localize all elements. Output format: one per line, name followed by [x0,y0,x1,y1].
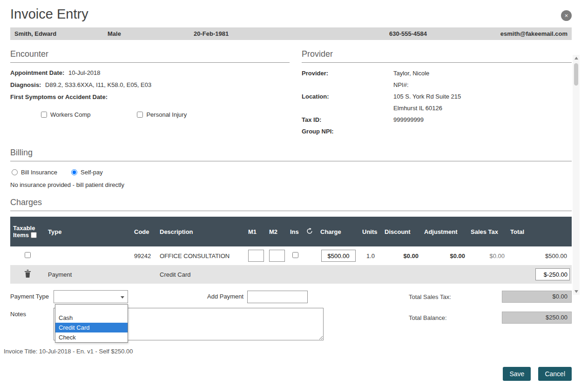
charges-section: Charges Taxable Items [10,198,572,284]
self-pay-option[interactable]: Self-pay [71,169,103,176]
col-ins-header: Ins [287,217,304,246]
row-type [45,246,131,265]
dropdown-option-cash[interactable]: Cash [55,313,128,323]
save-button[interactable]: Save [503,367,531,381]
total-sales-tax-label: Total Sales Tax: [409,291,502,303]
payment-type-dropdown: Cash Credit Card Check [55,304,128,343]
charges-header-row: Taxable Items Type Code Description M1 M… [10,217,572,246]
patient-phone: 630-555-4584 [389,30,499,37]
appointment-date-label: Appointment Date: [10,69,64,76]
row-code: 99242 [131,246,157,265]
vertical-scrollbar[interactable] [573,55,580,295]
personal-injury-label: Personal Injury [146,111,187,118]
location-line1: 105 S. York Rd Suite 215 [393,92,572,102]
col-charge-header: Charge [318,217,359,246]
payment-type-label: Payment Type [10,290,54,303]
col-taxable-items-header: Taxable Items [10,217,45,246]
notes-label: Notes [10,308,54,321]
dropdown-option-credit-card[interactable]: Credit Card [55,323,128,332]
provider-label: Provider: [302,68,393,79]
patient-name: Smith, Edward [14,30,108,37]
location-line2: Elmhurst IL 60126 [393,103,572,113]
col-description-header: Description [157,217,245,246]
self-pay-label: Self-pay [81,169,103,176]
invoice-title: Invoice Title: 10-Jul-2018 - En. v1 - Se… [4,348,572,355]
encounter-section: Encounter Appointment Date: 10-Jul-2018 … [10,49,290,137]
tax-id-label: Tax ID: [302,115,393,125]
col-units-header: Units [359,217,382,246]
trash-icon [24,270,31,278]
col-m1-header: M1 [245,217,266,246]
col-code-header: Code [131,217,157,246]
personal-injury-checkbox[interactable] [137,112,143,118]
close-icon: × [565,12,568,19]
group-npi-label: Group NPI: [302,126,393,137]
bill-insurance-option[interactable]: Bill Insurance [12,169,57,176]
diagnosis-value: D89.2, S33.6XXA, I11, K58.0, E05, E03 [45,81,151,88]
payment-total-input[interactable] [535,268,570,280]
add-payment-label: Add Payment [207,290,243,303]
page-title: Invoice Entry [10,7,88,22]
patient-email: esmith@fakeemail.com [499,30,567,37]
provider-value: Taylor, Nicole [393,68,572,79]
cancel-button[interactable]: Cancel [538,367,572,381]
bill-insurance-radio[interactable] [12,169,18,175]
close-button[interactable]: × [561,10,572,21]
col-adjustment-header: Adjustment [421,217,468,246]
row-description: OFFICE CONSULTATION [157,246,245,265]
scroll-up-icon [574,57,578,60]
refresh-header-cell [304,217,318,246]
ins-checkbox[interactable] [292,252,298,258]
row-discount[interactable]: $0.00 [382,246,421,265]
col-m2-header: M2 [266,217,287,246]
patient-gender: Male [108,30,194,37]
charges-table: Taxable Items Type Code Description M1 M… [10,217,572,284]
m1-input[interactable] [248,250,264,262]
tax-id-value: 999999999 [393,115,572,125]
payment-row: Payment Credit Card [10,265,572,284]
refresh-icon[interactable] [306,228,313,234]
payment-type-select[interactable]: Cash Credit Card Check [54,290,128,303]
row-type: Payment [45,265,131,284]
m2-input[interactable] [269,250,285,262]
patient-bar: Smith, Edward Male 20-Feb-1981 630-555-4… [10,27,572,40]
self-pay-radio[interactable] [71,169,77,175]
scroll-down-button[interactable] [573,288,580,295]
col-discount-header: Discount [382,217,421,246]
dropdown-option-check[interactable]: Check [55,332,128,342]
charge-row: 99242 OFFICE CONSULTATION 1.0 $0.00 $0.0… [10,246,572,265]
taxable-items-header-checkbox[interactable] [31,232,37,238]
charges-heading: Charges [10,198,572,211]
scroll-up-button[interactable] [573,55,580,61]
total-balance-value: $250.00 [502,312,572,324]
row-adjustment[interactable]: $0.00 [421,246,468,265]
add-payment-input[interactable] [247,291,308,303]
col-total-header: Total [507,217,572,246]
scrollbar-thumb[interactable] [574,63,578,86]
scroll-area: Encounter Appointment Date: 10-Jul-2018 … [10,49,572,284]
row-total: $500.00 [507,246,572,265]
row-code [131,265,157,284]
col-sales-tax-header: Sales Tax [468,217,507,246]
location-label: Location: [302,92,393,102]
workers-comp-checkbox[interactable] [41,112,47,118]
appointment-date-value: 10-Jul-2018 [68,69,101,76]
billing-heading: Billing [10,148,572,161]
workers-comp-option[interactable]: Workers Comp [41,111,90,118]
row-description: Credit Card [157,265,245,284]
chevron-down-icon [121,296,124,299]
bill-insurance-label: Bill Insurance [21,169,57,176]
billing-note: No insurance provided - bill patient dir… [10,181,572,188]
npi-label: NPI#: [393,80,572,90]
col-type-header: Type [45,217,131,246]
row-taxable-checkbox[interactable] [25,252,31,258]
charge-input[interactable] [321,250,356,262]
delete-payment-button[interactable] [24,270,31,278]
dropdown-option-blank[interactable] [55,305,128,313]
total-sales-tax-value: $0.00 [502,291,572,303]
row-sales-tax: $0.00 [468,246,507,265]
provider-section: Provider Provider: Taylor, Nicole NPI#: … [302,49,572,137]
patient-dob: 20-Feb-1981 [194,30,389,37]
personal-injury-option[interactable]: Personal Injury [137,111,187,118]
invoice-entry-page: Invoice Entry × Smith, Edward Male 20-Fe… [0,0,581,392]
